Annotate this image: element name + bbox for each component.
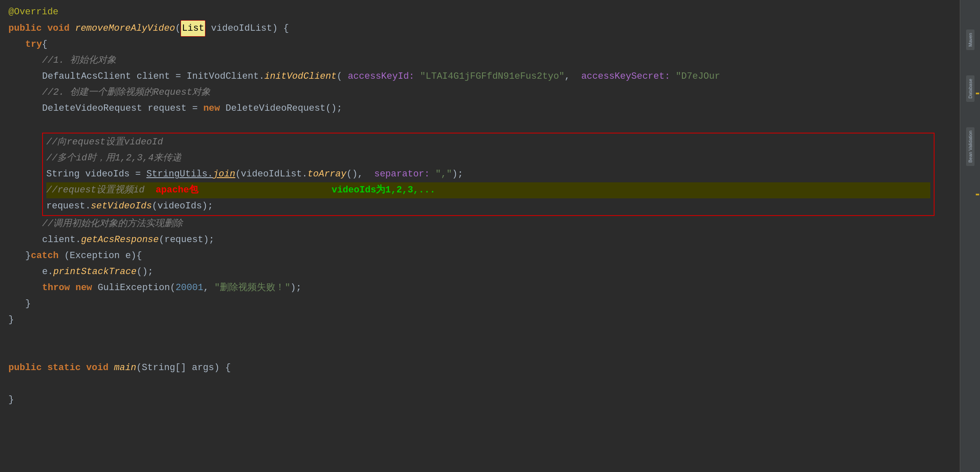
box-region-border: //向request设置videoId //多个id时，用1,2,3,4来传递 …	[42, 133, 935, 216]
code-line: //2. 创建一个删除视频的Request对象	[8, 85, 960, 101]
apache-annotation: apache包	[156, 182, 198, 198]
code-line-highlighted: //request设置视频id apache包 videoIds为1,2,3,.…	[46, 182, 930, 198]
code-line: //调用初始化对象的方法实现删除	[8, 216, 960, 232]
right-sidebar: Maven Database Bean Validation	[960, 0, 980, 472]
videoids-annotation: videoIds为1,2,3,...	[332, 182, 435, 198]
keyword-void: void	[47, 21, 75, 36]
sidebar-tab-bean-validation[interactable]: Bean Validation	[966, 127, 975, 166]
keyword-throw: throw	[42, 280, 75, 296]
code-line: //1. 初始化对象	[8, 53, 960, 69]
code-line-empty	[8, 376, 960, 392]
code-line-empty	[8, 117, 960, 133]
list-type-highlight: List	[181, 20, 205, 37]
box-region-wrapper: //向request设置videoId //多个id时，用1,2,3,4来传递 …	[42, 133, 935, 216]
code-line: DefaultAcsClient client = InitVodClient.…	[8, 69, 960, 85]
method-name: removeMoreAlyVideo	[75, 21, 175, 36]
code-area: @Override public void removeMoreAlyVideo…	[0, 0, 960, 472]
code-line: }	[8, 312, 960, 328]
sidebar-tab-database[interactable]: Database	[966, 75, 975, 102]
sidebar-tab-maven[interactable]: Maven	[966, 29, 975, 50]
scrollbar-mark	[976, 194, 979, 195]
scrollbar-mark	[976, 93, 979, 94]
code-line: } catch (Exception e){	[8, 248, 960, 264]
code-line: //多个id时，用1,2,3,4来传递	[46, 150, 930, 166]
keyword-public: public	[8, 21, 47, 36]
code-line: try {	[8, 37, 960, 53]
code-line: client. getAcsResponse (request);	[8, 232, 960, 248]
annotation: @Override	[8, 4, 59, 20]
code-line: e. printStackTrace ();	[8, 264, 960, 280]
code-line: @Override	[8, 4, 960, 20]
code-line: }	[8, 296, 960, 312]
code-line-throw: throw new GuliException( 20001 , "删除视频失败…	[8, 280, 960, 296]
code-line-main: public static void main (String[] args) …	[8, 360, 960, 376]
code-line: String videoIds = StringUtils. join (vid…	[46, 166, 930, 182]
code-line: }	[8, 392, 960, 408]
code-line: //向request设置videoId	[46, 134, 930, 150]
main-container: @Override public void removeMoreAlyVideo…	[0, 0, 980, 472]
code-line: DeleteVideoRequest request = new DeleteV…	[8, 101, 960, 117]
code-line-empty	[8, 328, 960, 344]
code-line: public void removeMoreAlyVideo ( List vi…	[8, 20, 960, 37]
code-line-empty	[8, 344, 960, 360]
code-line: request. setVideoIds (videoIds);	[46, 198, 930, 214]
